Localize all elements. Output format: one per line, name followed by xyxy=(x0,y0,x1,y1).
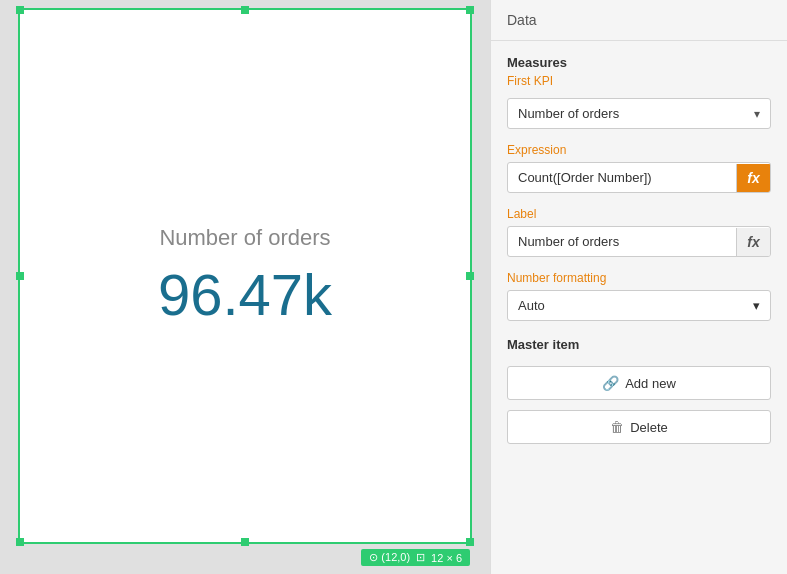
label-input[interactable] xyxy=(508,227,736,256)
expression-fx-button[interactable]: fx xyxy=(736,164,770,192)
chevron-down-icon: ▾ xyxy=(754,107,760,121)
handle-top-right[interactable] xyxy=(466,6,474,14)
expression-input[interactable] xyxy=(508,163,736,192)
canvas-area: Number of orders 96.47k ⊙ (12,0) ⊡ 12 × … xyxy=(0,0,490,574)
widget-size-icon: ⊡ xyxy=(416,551,425,564)
delete-button[interactable]: 🗑 Delete xyxy=(507,410,771,444)
expression-label: Expression xyxy=(507,143,771,157)
master-item-section: 🔗 Add new 🗑 Delete xyxy=(491,356,787,444)
handle-mid-left[interactable] xyxy=(16,272,24,280)
link-icon: 🔗 xyxy=(602,375,619,391)
master-item-title: Master item xyxy=(507,337,771,352)
widget-position: ⊙ (12,0) xyxy=(369,551,410,564)
fx-icon-expression: fx xyxy=(747,170,759,186)
measures-title: Measures xyxy=(507,55,771,70)
kpi-value: 96.47k xyxy=(158,261,332,328)
measures-subtitle: First KPI xyxy=(507,74,771,88)
handle-bottom-left[interactable] xyxy=(16,538,24,546)
expression-field-container: fx xyxy=(507,162,771,193)
handle-top-center[interactable] xyxy=(241,6,249,14)
measures-section: Measures First KPI Number of orders ▾ Ex… xyxy=(491,41,787,352)
widget-info-bar: ⊙ (12,0) ⊡ 12 × 6 xyxy=(361,549,470,566)
number-formatting-dropdown[interactable]: Auto ▾ xyxy=(507,290,771,321)
number-formatting-value: Auto xyxy=(518,298,545,313)
handle-bottom-right[interactable] xyxy=(466,538,474,546)
right-panel: Data Measures First KPI Number of orders… xyxy=(490,0,787,574)
add-new-label: Add new xyxy=(625,376,676,391)
chevron-down-format-icon: ▾ xyxy=(753,298,760,313)
label-field-label: Label xyxy=(507,207,771,221)
kpi-dropdown[interactable]: Number of orders ▾ xyxy=(507,98,771,129)
kpi-widget[interactable]: Number of orders 96.47k xyxy=(18,8,472,544)
fx-icon-label: fx xyxy=(747,234,759,250)
label-field-container: fx xyxy=(507,226,771,257)
handle-top-left[interactable] xyxy=(16,6,24,14)
kpi-dropdown-label: Number of orders xyxy=(518,106,619,121)
data-tab-label: Data xyxy=(507,12,537,28)
trash-icon: 🗑 xyxy=(610,419,624,435)
kpi-label: Number of orders xyxy=(159,225,330,251)
delete-label: Delete xyxy=(630,420,668,435)
add-new-button[interactable]: 🔗 Add new xyxy=(507,366,771,400)
label-fx-button[interactable]: fx xyxy=(736,228,770,256)
widget-size: 12 × 6 xyxy=(431,552,462,564)
handle-mid-right[interactable] xyxy=(466,272,474,280)
number-formatting-label: Number formatting xyxy=(507,271,771,285)
data-tab[interactable]: Data xyxy=(491,0,787,41)
handle-bottom-center[interactable] xyxy=(241,538,249,546)
